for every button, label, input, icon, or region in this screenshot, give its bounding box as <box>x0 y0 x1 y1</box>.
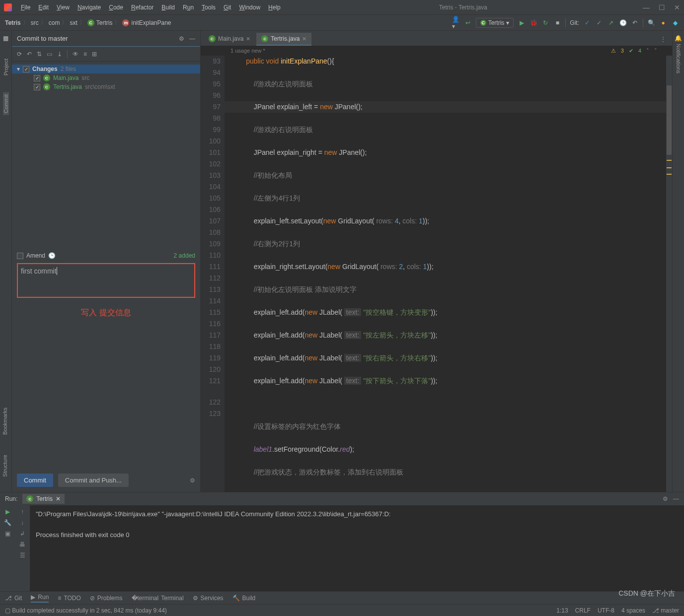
down-icon[interactable]: ˅ <box>654 48 657 54</box>
ide-settings-icon[interactable]: ● <box>659 19 667 27</box>
tab-main[interactable]: C Main.java ✕ <box>204 33 255 46</box>
problems-tool-tab[interactable]: ⊘ Problems <box>90 595 123 602</box>
git-history-icon[interactable]: 🕒 <box>619 19 627 27</box>
gear-icon[interactable]: ⚙ <box>179 35 184 42</box>
project-tool-label[interactable]: Project <box>3 57 9 77</box>
up-icon[interactable]: ↑ <box>21 508 24 515</box>
tab-close-icon[interactable]: ✕ <box>246 36 250 42</box>
up-icon[interactable]: ˄ <box>646 48 649 54</box>
breadcrumb-class[interactable]: Tertris <box>96 19 113 26</box>
hide-icon[interactable]: — <box>673 495 679 502</box>
show-diff-icon[interactable]: 👁 <box>73 51 78 58</box>
changes-node[interactable]: ▾ Changes 2 files <box>12 65 200 73</box>
run-tab[interactable]: C Tertris ✕ <box>22 494 65 504</box>
commit-push-button[interactable]: Commit and Push... <box>58 474 129 487</box>
tabs-more-icon[interactable]: ⋮ <box>657 33 669 46</box>
user-icon[interactable]: 👤▾ <box>452 19 460 27</box>
tab-tertris[interactable]: C Tertris.java ✕ <box>256 33 311 46</box>
commit-message-input[interactable]: first commit <box>17 263 195 298</box>
menu-tools[interactable]: Tools <box>199 2 219 13</box>
menu-navigate[interactable]: Navigate <box>75 2 104 13</box>
run-icon[interactable]: ▶ <box>518 19 526 27</box>
menu-file[interactable]: File <box>18 2 33 13</box>
filter-icon[interactable]: ☰ <box>20 552 25 559</box>
plugin-icon[interactable]: ◆ <box>671 19 679 27</box>
search-icon[interactable]: 🔍 <box>647 19 655 27</box>
file-row[interactable]: C Tertris.java src\com\sxt <box>12 82 200 91</box>
encoding[interactable]: UTF-8 <box>598 607 614 614</box>
run-tab-close-icon[interactable]: ✕ <box>56 495 61 502</box>
git-update-icon[interactable]: ✓ <box>583 19 591 27</box>
changes-checkbox[interactable] <box>23 66 29 72</box>
services-tool-tab[interactable]: ⚙ Services <box>193 595 224 602</box>
tab-close-icon[interactable]: ✕ <box>302 36 306 42</box>
code-body[interactable]: public void initExplanPane(){ //游戏的左说明面板… <box>225 56 672 492</box>
bookmarks-tool-label[interactable]: Bookmarks <box>0 398 10 445</box>
build-tool-tab[interactable]: 🔨 Build <box>232 595 256 602</box>
wrap-icon[interactable]: ↲ <box>20 530 25 537</box>
indent[interactable]: 4 spaces <box>621 607 645 614</box>
maximize-icon[interactable]: ☐ <box>659 3 665 11</box>
menu-window[interactable]: Window <box>236 2 263 13</box>
project-tool-icon[interactable]: ▦ <box>3 35 8 42</box>
minimize-icon[interactable]: — <box>643 3 650 11</box>
structure-tool-label[interactable]: Structure <box>0 445 10 487</box>
run-exit-icon[interactable]: ▣ <box>5 530 10 537</box>
down-icon[interactable]: ↓ <box>21 519 24 526</box>
menu-git[interactable]: Git <box>221 2 234 13</box>
refresh-icon[interactable]: ⟳ <box>17 51 22 58</box>
commit-tool-label[interactable]: Commit <box>3 92 9 115</box>
breadcrumb-project[interactable]: Tetris <box>5 19 21 26</box>
commit-button[interactable]: Commit <box>17 474 53 487</box>
run-output[interactable]: "D:\Program Files\Java\jdk-19\bin\java.e… <box>30 505 684 591</box>
code-editor[interactable]: 9394959697989910010110210310410510610710… <box>201 56 672 492</box>
run-config-selector[interactable]: C Tertris ▾ <box>476 18 514 28</box>
menu-help[interactable]: Help <box>265 2 284 13</box>
coverage-icon[interactable]: ↻ <box>541 19 549 27</box>
editor-scrollbar[interactable] <box>666 56 672 492</box>
breadcrumb-src[interactable]: src <box>31 19 39 26</box>
breadcrumb-method[interactable]: initExplanPane <box>131 19 171 26</box>
run-tool-tab[interactable]: ▶ Run <box>31 594 49 603</box>
gear-icon[interactable]: ⚙ <box>663 495 668 502</box>
todo-tool-tab[interactable]: ≡ TODO <box>58 595 80 602</box>
debug-icon[interactable]: 🐞 <box>530 19 537 27</box>
changelist-icon[interactable]: ▭ <box>47 51 52 58</box>
print-icon[interactable]: 🖶 <box>19 541 25 548</box>
rerun-icon[interactable]: ▶ <box>5 508 10 515</box>
group-icon[interactable]: ≡ <box>83 51 87 58</box>
git-push-icon[interactable]: ↗ <box>607 19 615 27</box>
close-icon[interactable]: ✕ <box>674 3 680 11</box>
menu-build[interactable]: Build <box>158 2 178 13</box>
shelve-icon[interactable]: ⤓ <box>57 51 62 58</box>
git-commit-icon[interactable]: ✓ <box>595 19 603 27</box>
back-icon[interactable]: ↩ <box>464 19 472 27</box>
diff-icon[interactable]: ⇅ <box>37 51 42 58</box>
expand-arrow-icon[interactable]: ▾ <box>17 66 20 72</box>
run-stop-icon[interactable]: 🔧 <box>4 519 11 526</box>
notifications-label[interactable]: Notifications <box>676 42 682 75</box>
breadcrumb-com[interactable]: com <box>49 19 60 26</box>
menu-view[interactable]: View <box>54 2 73 13</box>
file-row[interactable]: C Main.java src <box>12 73 200 82</box>
breadcrumb-sxt[interactable]: sxt <box>70 19 77 26</box>
file-checkbox[interactable] <box>34 84 40 90</box>
git-tool-tab[interactable]: ⎇ Git <box>5 595 22 602</box>
gear-icon[interactable]: ⚙ <box>190 477 195 484</box>
status-icon[interactable]: ▢ <box>5 607 10 614</box>
hide-icon[interactable]: — <box>189 35 195 42</box>
file-checkbox[interactable] <box>34 75 40 81</box>
stop-icon[interactable]: ■ <box>553 19 561 27</box>
notifications-icon[interactable]: 🔔 <box>675 35 682 42</box>
menu-run[interactable]: Run <box>180 2 197 13</box>
line-sep[interactable]: CRLF <box>575 607 591 614</box>
rollback-icon[interactable]: ↶ <box>27 51 32 58</box>
history-icon[interactable]: 🕒 <box>48 252 56 259</box>
menu-code[interactable]: Code <box>106 2 126 13</box>
expand-icon[interactable]: ⊞ <box>92 51 97 58</box>
amend-checkbox[interactable] <box>17 253 23 259</box>
git-rollback-icon[interactable]: ↶ <box>631 19 639 27</box>
caret-position[interactable]: 1:13 <box>556 607 568 614</box>
menu-edit[interactable]: Edit <box>35 2 52 13</box>
inspections-widget[interactable]: ⚠3 ✔4 ˄ ˅ <box>611 48 657 54</box>
